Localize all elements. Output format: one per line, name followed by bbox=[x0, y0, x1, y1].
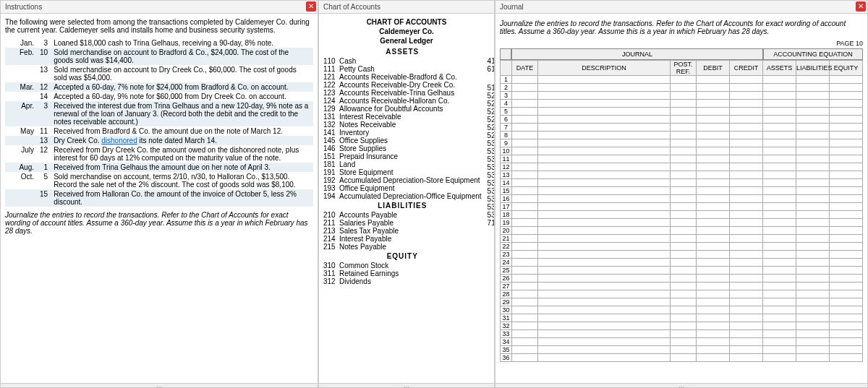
journal-cell[interactable] bbox=[796, 116, 830, 124]
journal-row[interactable]: 24 bbox=[501, 259, 863, 267]
journal-row[interactable]: 33 bbox=[501, 330, 863, 338]
journal-cell[interactable] bbox=[730, 84, 763, 92]
journal-cell[interactable] bbox=[830, 108, 863, 116]
journal-row[interactable]: 17 bbox=[501, 203, 863, 211]
journal-cell[interactable] bbox=[512, 219, 538, 227]
journal-cell[interactable] bbox=[796, 290, 830, 298]
journal-cell[interactable] bbox=[730, 163, 763, 171]
journal-cell[interactable] bbox=[763, 163, 796, 171]
journal-cell[interactable] bbox=[796, 187, 830, 195]
journal-cell[interactable] bbox=[763, 139, 796, 147]
journal-cell[interactable] bbox=[671, 338, 697, 346]
journal-cell[interactable] bbox=[730, 243, 763, 251]
journal-cell[interactable] bbox=[796, 76, 830, 84]
journal-cell[interactable] bbox=[512, 235, 538, 243]
journal-cell[interactable] bbox=[763, 338, 796, 346]
journal-cell[interactable] bbox=[730, 100, 763, 108]
journal-cell[interactable] bbox=[671, 243, 697, 251]
journal-cell[interactable] bbox=[763, 275, 796, 283]
journal-cell[interactable] bbox=[763, 84, 796, 92]
journal-cell[interactable] bbox=[512, 330, 538, 338]
journal-cell[interactable] bbox=[730, 179, 763, 187]
journal-cell[interactable] bbox=[697, 283, 730, 290]
journal-cell[interactable] bbox=[763, 259, 796, 267]
journal-cell[interactable] bbox=[512, 163, 538, 171]
journal-cell[interactable] bbox=[763, 251, 796, 259]
journal-cell[interactable] bbox=[796, 203, 830, 211]
journal-cell[interactable] bbox=[796, 346, 830, 354]
journal-cell[interactable] bbox=[796, 147, 830, 155]
journal-cell[interactable] bbox=[830, 306, 863, 314]
journal-cell[interactable] bbox=[763, 116, 796, 124]
journal-cell[interactable] bbox=[671, 92, 697, 100]
journal-cell[interactable] bbox=[697, 116, 730, 124]
journal-cell[interactable] bbox=[697, 275, 730, 283]
journal-cell[interactable] bbox=[730, 330, 763, 338]
journal-cell[interactable] bbox=[671, 259, 697, 267]
journal-row[interactable]: 6 bbox=[501, 116, 863, 124]
journal-cell[interactable] bbox=[538, 290, 671, 298]
journal-cell[interactable] bbox=[697, 219, 730, 227]
journal-cell[interactable] bbox=[796, 211, 830, 219]
journal-cell[interactable] bbox=[830, 243, 863, 251]
journal-cell[interactable] bbox=[830, 163, 863, 171]
journal-cell[interactable] bbox=[512, 155, 538, 163]
journal-cell[interactable] bbox=[830, 354, 863, 362]
journal-cell[interactable] bbox=[763, 235, 796, 243]
journal-cell[interactable] bbox=[512, 338, 538, 346]
journal-cell[interactable] bbox=[538, 124, 671, 132]
journal-cell[interactable] bbox=[830, 275, 863, 283]
journal-cell[interactable] bbox=[538, 116, 671, 124]
journal-cell[interactable] bbox=[538, 203, 671, 211]
journal-cell[interactable] bbox=[697, 147, 730, 155]
journal-cell[interactable] bbox=[538, 275, 671, 283]
journal-row[interactable]: 14 bbox=[501, 179, 863, 187]
journal-cell[interactable] bbox=[671, 267, 697, 275]
journal-cell[interactable] bbox=[512, 298, 538, 306]
journal-cell[interactable] bbox=[512, 116, 538, 124]
journal-cell[interactable] bbox=[697, 290, 730, 298]
resize-handle[interactable]: ⋯ bbox=[319, 383, 494, 387]
journal-row[interactable]: 34 bbox=[501, 338, 863, 346]
journal-row[interactable]: 16 bbox=[501, 195, 863, 203]
journal-cell[interactable] bbox=[671, 108, 697, 116]
journal-cell[interactable] bbox=[697, 298, 730, 306]
journal-cell[interactable] bbox=[512, 211, 538, 219]
journal-cell[interactable] bbox=[671, 211, 697, 219]
journal-row[interactable]: 15 bbox=[501, 187, 863, 195]
journal-cell[interactable] bbox=[538, 259, 671, 267]
journal-row[interactable]: 5 bbox=[501, 108, 863, 116]
journal-cell[interactable] bbox=[671, 346, 697, 354]
journal-cell[interactable] bbox=[671, 354, 697, 362]
journal-cell[interactable] bbox=[730, 92, 763, 100]
journal-cell[interactable] bbox=[538, 314, 671, 322]
journal-cell[interactable] bbox=[830, 251, 863, 259]
journal-cell[interactable] bbox=[697, 338, 730, 346]
journal-cell[interactable] bbox=[671, 298, 697, 306]
journal-cell[interactable] bbox=[796, 139, 830, 147]
journal-cell[interactable] bbox=[671, 147, 697, 155]
journal-row[interactable]: 19 bbox=[501, 219, 863, 227]
journal-cell[interactable] bbox=[830, 187, 863, 195]
journal-row[interactable]: 28 bbox=[501, 290, 863, 298]
journal-cell[interactable] bbox=[697, 163, 730, 171]
journal-row[interactable]: 23 bbox=[501, 251, 863, 259]
journal-cell[interactable] bbox=[512, 243, 538, 251]
journal-cell[interactable] bbox=[830, 211, 863, 219]
journal-table[interactable]: DATE DESCRIPTION POST. REF. DEBIT CREDIT… bbox=[500, 60, 863, 362]
journal-cell[interactable] bbox=[763, 283, 796, 290]
journal-cell[interactable] bbox=[538, 235, 671, 243]
journal-cell[interactable] bbox=[763, 354, 796, 362]
journal-cell[interactable] bbox=[671, 84, 697, 92]
journal-cell[interactable] bbox=[730, 306, 763, 314]
journal-cell[interactable] bbox=[796, 124, 830, 132]
journal-cell[interactable] bbox=[763, 203, 796, 211]
journal-cell[interactable] bbox=[697, 187, 730, 195]
journal-cell[interactable] bbox=[763, 290, 796, 298]
journal-cell[interactable] bbox=[763, 195, 796, 203]
journal-row[interactable]: 7 bbox=[501, 124, 863, 132]
journal-cell[interactable] bbox=[538, 243, 671, 251]
journal-row[interactable]: 10 bbox=[501, 147, 863, 155]
journal-cell[interactable] bbox=[538, 227, 671, 235]
journal-cell[interactable] bbox=[730, 290, 763, 298]
